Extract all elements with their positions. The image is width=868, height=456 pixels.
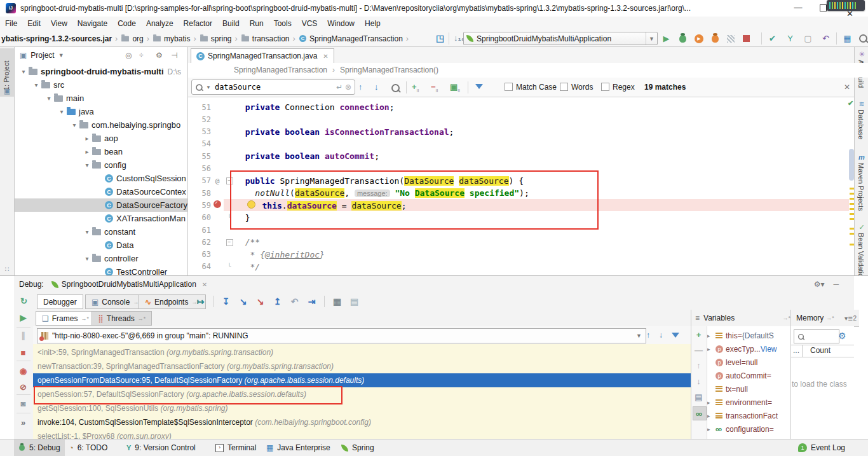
hide-panel-icon[interactable]: ─	[833, 280, 839, 289]
expand-chevron-icon[interactable]: ▸	[707, 346, 715, 352]
stripe-mark[interactable]	[850, 188, 854, 190]
evaluate-expression-icon[interactable]: ▦	[332, 296, 342, 306]
tree-item-aop[interactable]: ▸aop	[15, 132, 187, 145]
tree-chevron-icon[interactable]: ▾	[82, 228, 92, 235]
tree-item-src[interactable]: ▾src	[15, 78, 187, 92]
search-history-icon[interactable]: ▼	[206, 85, 211, 90]
coverage-filter-button[interactable]	[727, 35, 735, 43]
stack-frame[interactable]: <init>:59, SpringManagedTransaction (org…	[33, 345, 691, 359]
force-step-into-icon[interactable]: ↘	[255, 296, 265, 306]
toolwindow-database-tab[interactable]: Database	[857, 109, 865, 146]
tab-debugger[interactable]: Debugger	[37, 294, 83, 309]
move-up-button[interactable]: ↑	[694, 361, 703, 370]
code-line-58[interactable]: 58 notNull(dataSource, message: "No Data…	[188, 187, 849, 199]
tree-chevron-icon[interactable]: ▾	[18, 68, 29, 75]
layout-settings-icon[interactable]: ▤	[349, 296, 359, 306]
toolwindow-todo-button[interactable]: ◔ 6: TODO	[65, 439, 112, 456]
breadcrumb-item[interactable]: ybatis-spring-1.3.2-sources.jar	[1, 34, 112, 43]
column-divider[interactable]	[802, 345, 803, 357]
breakpoint-icon[interactable]	[214, 200, 221, 208]
menu-refactor[interactable]: Refactor	[179, 17, 217, 31]
step-out-icon[interactable]: ↥	[273, 296, 282, 306]
variable-transactionfact[interactable]: ▸transactionFact	[707, 409, 791, 422]
tree-chevron-icon[interactable]: ▸	[82, 135, 92, 142]
tree-chevron-icon[interactable]: ▾	[69, 121, 79, 128]
menu-edit[interactable]: Edit	[22, 17, 46, 31]
variable-tx[interactable]: tx = null	[707, 382, 791, 396]
show-execution-point-icon[interactable]: ↦	[196, 296, 205, 306]
rerun-button[interactable]: ↻	[19, 296, 29, 306]
stripe-mark[interactable]	[850, 244, 854, 245]
menu-help[interactable]: Help	[360, 17, 386, 31]
breadcrumb-item[interactable]: transaction	[241, 34, 290, 43]
memory-search-field[interactable]	[794, 329, 839, 343]
match-case-checkbox[interactable]: Match Case	[505, 83, 557, 92]
restore-button[interactable]	[820, 4, 827, 11]
code-line-59[interactable]: 59 this.dataSource = dataSource;	[188, 199, 849, 211]
code-line-56[interactable]: 56	[188, 163, 849, 175]
expand-chevron-icon[interactable]: ▸	[707, 399, 715, 406]
tree-item-config[interactable]: ▾config	[15, 158, 187, 172]
toolwindow-java-enterprise-button[interactable]: ▦ Java Enterprise	[262, 439, 335, 456]
menu-run[interactable]: Run	[245, 17, 269, 31]
stripe-mark[interactable]	[850, 198, 854, 200]
code-line-51[interactable]: 51 private Connection connection;	[188, 101, 849, 113]
filter-icon[interactable]	[475, 84, 483, 89]
tree-item-testcontroller[interactable]: CTestController	[15, 265, 187, 275]
expand-chevron-icon[interactable]: ▸	[707, 413, 715, 419]
previous-occurrence-icon[interactable]: ↑	[358, 82, 363, 92]
code-line-52[interactable]: 52	[188, 113, 849, 125]
float-icon[interactable]: →*	[782, 315, 790, 321]
move-down-button[interactable]: ↓	[694, 377, 703, 386]
code-line-55[interactable]: 55 private boolean autoCommit;	[188, 150, 849, 162]
tree-item-datasourcecontex[interactable]: CDataSourceContex	[15, 185, 187, 198]
menu-code[interactable]: Code	[112, 17, 141, 31]
down-frame-icon[interactable]: ↓	[659, 331, 663, 340]
copy-button[interactable]: ▤	[694, 392, 703, 402]
close-find-bar-icon[interactable]: ✕	[844, 83, 850, 92]
gear-icon[interactable]: ⚙	[838, 331, 846, 341]
variable-level[interactable]: plevel = null	[707, 356, 791, 369]
toolwindow-version-control-button[interactable]: Y 9: Version Control	[122, 439, 200, 456]
event-log-button[interactable]: 1 Event Log	[798, 439, 845, 456]
stripe-mark[interactable]	[850, 203, 854, 205]
tree-item-constant[interactable]: ▾constant	[15, 225, 187, 238]
code-line-54[interactable]: 54	[188, 138, 849, 150]
code-line-57[interactable]: 57@− public SpringManagedTransaction(Dat…	[188, 175, 849, 187]
stop-button[interactable]	[743, 35, 750, 42]
memory-col-count[interactable]: Count	[810, 346, 831, 355]
pause-button[interactable]: ∥	[18, 331, 28, 340]
compare-button[interactable]: ▢	[803, 34, 813, 43]
hide-frames-filter-icon[interactable]	[672, 333, 679, 338]
mute-breakpoints-button[interactable]: ⊘	[18, 382, 28, 392]
gear-icon[interactable]: ⚙▾	[814, 280, 825, 289]
menu-analyze[interactable]: Analyze	[141, 17, 179, 31]
toolwindow-spring-button[interactable]: Spring	[337, 439, 379, 456]
stripe-mark[interactable]	[850, 213, 854, 215]
breadcrumb-item[interactable]: CSpringManagedTransaction	[299, 34, 403, 43]
fold-marker[interactable]: −	[224, 177, 235, 184]
variable-environment[interactable]: ▸environment =	[707, 396, 791, 409]
code-line-60[interactable]: 60└ }	[188, 212, 849, 224]
add-selection-icon[interactable]: +II	[412, 82, 419, 93]
stripe-mark[interactable]	[850, 208, 854, 210]
stripe-mark[interactable]	[850, 218, 854, 220]
toolwindow-project-tab[interactable]: 1: Project	[3, 51, 10, 90]
step-over-icon[interactable]: ↧	[221, 296, 231, 306]
thread-dump-button[interactable]: ◙	[18, 399, 28, 408]
panel-divider[interactable]	[691, 310, 691, 439]
add-watch-button[interactable]: +	[694, 330, 703, 340]
tree-chevron-icon[interactable]: ▾	[44, 95, 54, 102]
drop-frame-icon[interactable]: ↶	[290, 296, 299, 306]
resume-button[interactable]: ▶	[18, 313, 28, 322]
breadcrumb-item[interactable]: mybatis	[153, 34, 190, 43]
editor-scrollbar-thumb[interactable]	[849, 149, 854, 181]
menu-window[interactable]: Window	[322, 17, 360, 31]
select-all-occurrences-icon[interactable]: ▣II	[450, 82, 460, 93]
menu-build[interactable]: Build	[217, 17, 245, 31]
code-line-63[interactable]: 63 * {@inheritDoc}	[188, 249, 849, 261]
fold-marker[interactable]: └	[224, 263, 235, 270]
search-everywhere-button[interactable]	[859, 34, 867, 43]
intention-bulb-icon[interactable]	[247, 200, 255, 209]
expand-chevron-icon[interactable]: ▸	[707, 333, 715, 339]
